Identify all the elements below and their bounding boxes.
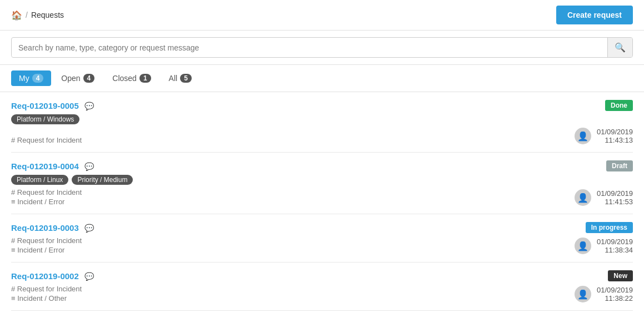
search-input[interactable] <box>12 39 607 57</box>
timestamp: 01/09/201911:38:34 <box>597 238 633 254</box>
request-id-wrapper: Req-012019-0002 💬 <box>11 271 94 281</box>
request-id-wrapper: Req-012019-0005 💬 <box>11 101 94 110</box>
timestamp: 01/09/201911:43:13 <box>597 128 633 144</box>
request-item: Req-012019-0003 💬 In progress # Request … <box>11 214 633 262</box>
avatar: 👤 <box>575 238 591 254</box>
tab-open-label: Open <box>61 74 80 83</box>
request-details: # Request for Incident <box>11 136 82 144</box>
tag: Priority / Medium <box>72 175 133 185</box>
comment-icon: 💬 <box>84 102 94 110</box>
tab-my-label: My <box>19 74 29 83</box>
tab-open[interactable]: Open 4 <box>53 70 102 86</box>
tag: Platform / Linux <box>11 175 68 185</box>
request-header: Req-012019-0005 💬 Done <box>11 100 633 111</box>
request-item: Req-012019-0002 💬 New # Request for Inci… <box>11 262 633 311</box>
request-item: Req-012019-0004 💬 Draft Platform / Linux… <box>11 153 633 214</box>
request-right: 👤 01/09/201911:41:53 <box>575 189 633 206</box>
request-type: # Request for Incident <box>11 188 82 196</box>
request-category: ≡ Incident / Error <box>11 198 82 206</box>
request-details: # Request for Incident≡ Incident / Error <box>11 188 82 206</box>
request-type: # Request for Incident <box>11 285 82 293</box>
request-id[interactable]: Req-012019-0002 <box>11 271 79 281</box>
tab-all-label: All <box>169 74 178 83</box>
comment-icon: 💬 <box>84 272 94 281</box>
avatar: 👤 <box>575 189 591 206</box>
create-request-button[interactable]: Create request <box>556 6 633 24</box>
request-id-wrapper: Req-012019-0003 💬 <box>11 223 94 233</box>
status-badge: In progress <box>586 222 633 233</box>
tab-all-count: 5 <box>180 74 192 83</box>
breadcrumb-separator: / <box>26 11 28 19</box>
request-right: 👤 01/09/201911:38:34 <box>575 238 633 254</box>
request-category: ≡ Incident / Error <box>11 246 82 254</box>
tab-open-count: 4 <box>83 74 95 83</box>
tag: Platform / Windows <box>11 114 79 124</box>
request-header: Req-012019-0002 💬 New <box>11 270 633 281</box>
request-type: # Request for Incident <box>11 236 82 245</box>
request-header: Req-012019-0004 💬 Draft <box>11 160 633 171</box>
request-tags: Platform / LinuxPriority / Medium <box>11 175 633 185</box>
timestamp: 01/09/201911:38:22 <box>597 286 633 302</box>
tab-my-count: 4 <box>32 74 44 83</box>
tab-closed-count: 1 <box>139 74 151 83</box>
tab-closed[interactable]: Closed 1 <box>104 70 158 86</box>
search-bar: 🔍 <box>0 31 644 65</box>
home-icon[interactable]: 🏠 <box>11 10 22 21</box>
request-header: Req-012019-0003 💬 In progress <box>11 222 633 233</box>
request-meta: # Request for Incident≡ Incident / Error… <box>11 236 633 254</box>
tabs-bar: My 4 Open 4 Closed 1 All 5 <box>0 65 644 92</box>
tab-all[interactable]: All 5 <box>161 70 199 86</box>
search-button[interactable]: 🔍 <box>607 38 632 57</box>
tab-closed-label: Closed <box>112 74 137 83</box>
tab-my[interactable]: My 4 <box>11 70 51 86</box>
request-tags: Platform / Windows <box>11 114 633 124</box>
request-id[interactable]: Req-012019-0004 <box>11 161 79 171</box>
breadcrumb: 🏠 / Requests <box>11 10 64 21</box>
request-id-wrapper: Req-012019-0004 💬 <box>11 161 94 171</box>
avatar: 👤 <box>575 128 591 144</box>
request-meta: # Request for Incident≡ Incident / Other… <box>11 285 633 302</box>
status-badge: Draft <box>606 160 633 171</box>
request-meta: # Request for Incident 👤 01/09/201911:43… <box>11 128 633 144</box>
requests-list: Req-012019-0005 💬 Done Platform / Window… <box>0 92 644 311</box>
status-badge: Done <box>605 100 633 111</box>
request-right: 👤 01/09/201911:38:22 <box>575 286 633 302</box>
top-bar: 🏠 / Requests Create request <box>0 0 644 31</box>
comment-icon: 💬 <box>84 162 94 171</box>
search-wrapper: 🔍 <box>11 37 633 58</box>
avatar: 👤 <box>575 286 591 302</box>
timestamp: 01/09/201911:41:53 <box>597 189 633 206</box>
request-category: ≡ Incident / Other <box>11 294 82 302</box>
request-details: # Request for Incident≡ Incident / Error <box>11 236 82 254</box>
status-badge: New <box>608 270 633 281</box>
request-meta: # Request for Incident≡ Incident / Error… <box>11 188 633 206</box>
request-right: 👤 01/09/201911:43:13 <box>575 128 633 144</box>
comment-icon: 💬 <box>84 224 94 233</box>
page-title: Requests <box>31 11 64 19</box>
request-details: # Request for Incident≡ Incident / Other <box>11 285 82 302</box>
request-type: # Request for Incident <box>11 136 82 144</box>
request-id[interactable]: Req-012019-0003 <box>11 223 79 233</box>
request-id[interactable]: Req-012019-0005 <box>11 101 79 110</box>
request-item: Req-012019-0005 💬 Done Platform / Window… <box>11 92 633 153</box>
